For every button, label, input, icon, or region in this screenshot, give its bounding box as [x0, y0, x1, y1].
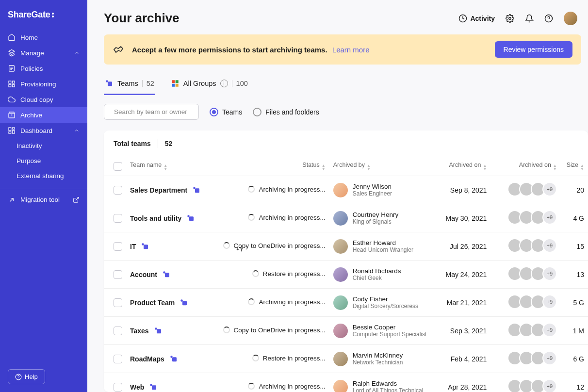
more-count[interactable]: +9 — [542, 266, 557, 281]
help-top-icon[interactable] — [544, 14, 553, 23]
svg-rect-22 — [189, 216, 194, 221]
size: 4 G — [561, 204, 588, 232]
column-status[interactable]: Status▲▼ — [219, 157, 329, 176]
search-box[interactable] — [104, 104, 199, 120]
table-row[interactable]: RoadMapsRestore in progress...Marvin McK… — [104, 345, 588, 373]
svg-rect-34 — [152, 385, 156, 390]
row-checkbox[interactable] — [114, 270, 122, 279]
more-count[interactable]: +9 — [542, 323, 557, 337]
row-checkbox[interactable] — [114, 327, 122, 335]
help-button[interactable]: Help — [8, 369, 45, 384]
logo-dots-icon — [52, 13, 54, 17]
review-permissions-button[interactable]: Review permissions — [495, 41, 572, 58]
status: Restore in progress... — [252, 355, 326, 362]
sidebar-item-home[interactable]: Home — [0, 30, 87, 45]
more-count[interactable]: +9 — [542, 379, 557, 392]
user-avatar[interactable] — [564, 12, 577, 25]
status: Copy to OneDrive in progress... — [223, 242, 326, 249]
sort-icon: ▲▼ — [163, 164, 167, 171]
more-count[interactable]: +9 — [542, 351, 557, 365]
size: 20 — [561, 176, 588, 204]
column-size[interactable]: Size▲▼ — [561, 157, 588, 176]
table-row[interactable]: Tools and utilityArchiving in progress..… — [104, 204, 588, 232]
team-name: IT — [130, 242, 149, 251]
sort-icon: ▲▼ — [322, 164, 326, 171]
size: 1 M — [561, 317, 588, 345]
column-archived-by[interactable]: Archived by▲▼ — [329, 157, 437, 176]
svg-rect-30 — [157, 329, 161, 333]
column-archived-on[interactable]: Archived on▲▼ — [490, 157, 560, 176]
bell-icon[interactable] — [525, 14, 534, 23]
spinner-icon — [248, 383, 255, 390]
table-row[interactable]: AccountRestore in progress...Ronald Rich… — [104, 261, 588, 289]
status: Archiving in progress... — [248, 214, 325, 221]
row-checkbox[interactable] — [114, 186, 122, 195]
archived-on: May 30, 2021 — [437, 204, 491, 232]
sort-icon: ▲▼ — [553, 164, 557, 171]
radio-teams[interactable]: Teams — [210, 108, 242, 116]
banner-learn-more[interactable]: Learn more — [332, 46, 370, 54]
sidebar-item-cloud-copy[interactable]: Cloud copy — [0, 92, 87, 107]
avatar — [333, 352, 348, 366]
table-row[interactable]: Product TeamArchiving in progress...Cody… — [104, 289, 588, 317]
avatar — [333, 239, 348, 254]
row-checkbox[interactable] — [114, 242, 122, 251]
more-count[interactable]: +9 — [542, 294, 557, 309]
radio-files-and-foolders[interactable]: Files and foolders — [253, 108, 319, 116]
sidebar-item-external-sharing[interactable]: External sharing — [0, 168, 87, 183]
table-row[interactable]: WebArchiving in progress...Ralph Edwards… — [104, 373, 588, 392]
row-checkbox[interactable] — [114, 298, 122, 307]
avatar-group: +9 — [507, 379, 557, 392]
search-input[interactable] — [114, 108, 196, 115]
main: Your archive Activity Accept a few more … — [87, 0, 588, 392]
sidebar-item-inactivity[interactable]: Inactivity — [0, 138, 87, 153]
table-row[interactable]: Sales DepartmentArchiving in progress...… — [104, 176, 588, 204]
spinner-icon — [248, 298, 255, 305]
clock-icon — [458, 14, 467, 23]
row-checkbox[interactable] — [114, 355, 122, 363]
policy-icon — [8, 65, 16, 72]
sidebar-item-policies[interactable]: Policies — [0, 61, 87, 76]
column-label: Archived on — [449, 162, 481, 168]
more-count[interactable]: +9 — [542, 210, 557, 225]
cloud-icon — [8, 96, 16, 103]
row-checkbox[interactable] — [114, 383, 122, 392]
sidebar-item-manage[interactable]: Manage — [0, 45, 87, 61]
table-wrap[interactable]: Team name▲▼Status▲▼Archived by▲▼Archived… — [104, 157, 588, 392]
sidebar-item-sensitivity[interactable]: Sensitivity — [0, 183, 87, 186]
column-archived-on[interactable]: Archived on▲▼ — [437, 157, 491, 176]
more-count[interactable]: +9 — [542, 238, 557, 253]
team-name: Product Team — [130, 298, 188, 307]
table-row[interactable]: ITCopy to OneDrive in progress...Esther … — [104, 232, 588, 261]
svg-rect-32 — [172, 357, 177, 361]
more-count[interactable]: +9 — [542, 182, 557, 196]
activity-link[interactable]: Activity — [458, 14, 495, 23]
tab-all-groups[interactable]: All Groupsi100 — [170, 75, 249, 95]
sidebar-item-provisioning[interactable]: Provisioning — [0, 76, 87, 92]
migration-tool-link[interactable]: Migration tool — [0, 192, 87, 208]
teams-icon — [162, 270, 171, 279]
column-label: Archived by — [333, 162, 365, 168]
sidebar-item-dashboard[interactable]: Dashboard — [0, 123, 87, 138]
teams-icon — [154, 327, 163, 335]
tab-label: Teams — [117, 80, 138, 87]
row-checkbox[interactable] — [114, 214, 122, 223]
table-row[interactable]: TaxesCopy to OneDrive in progress...Bess… — [104, 317, 588, 345]
spinner-icon — [248, 186, 255, 193]
archive-icon — [8, 111, 16, 119]
sidebar-item-purpose[interactable]: Purpose — [0, 153, 87, 168]
archived-by: Courtney HenryKing of Signals — [333, 211, 433, 226]
sidebar-item-archive[interactable]: Archive — [0, 107, 87, 123]
column-team-name[interactable]: Team name▲▼ — [126, 157, 219, 176]
svg-point-11 — [509, 17, 511, 19]
nav-label: Manage — [20, 49, 69, 57]
svg-point-25 — [142, 243, 145, 245]
tab-teams[interactable]: Teams52 — [104, 75, 155, 95]
teams-icon — [141, 242, 149, 251]
external-link-icon — [73, 196, 80, 203]
gear-icon[interactable] — [506, 14, 514, 23]
nav-label: Archive — [20, 112, 80, 119]
svg-rect-26 — [165, 273, 169, 277]
avatar-group: +9 — [507, 238, 557, 253]
select-all-checkbox[interactable] — [114, 162, 122, 171]
